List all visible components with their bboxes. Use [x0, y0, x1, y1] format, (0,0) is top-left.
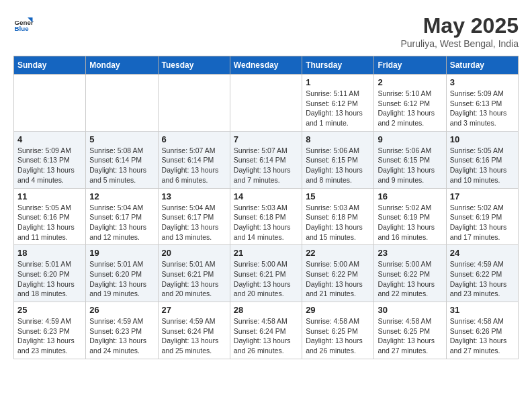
- day-info: Sunrise: 5:05 AMSunset: 6:16 PMDaylight:…: [17, 203, 82, 242]
- calendar-cell: 20Sunrise: 5:01 AMSunset: 6:21 PMDayligh…: [158, 245, 230, 302]
- day-number: 20: [162, 248, 226, 258]
- calendar-cell: 8Sunrise: 5:06 AMSunset: 6:15 PMDaylight…: [302, 131, 374, 188]
- calendar-cell: [86, 75, 158, 132]
- day-number: 21: [234, 248, 298, 258]
- day-info: Sunrise: 4:58 AMSunset: 6:25 PMDaylight:…: [306, 316, 370, 356]
- weekday-header-monday: Monday: [86, 56, 158, 75]
- weekday-header-wednesday: Wednesday: [230, 56, 302, 75]
- day-number: 11: [17, 191, 82, 201]
- day-info: Sunrise: 5:07 AMSunset: 6:14 PMDaylight:…: [234, 146, 298, 185]
- calendar-cell: 9Sunrise: 5:06 AMSunset: 6:15 PMDaylight…: [374, 131, 446, 188]
- calendar-week-row: 1Sunrise: 5:11 AMSunset: 6:12 PMDaylight…: [14, 75, 519, 132]
- day-info: Sunrise: 5:01 AMSunset: 6:21 PMDaylight:…: [162, 259, 226, 299]
- calendar-cell: 1Sunrise: 5:11 AMSunset: 6:12 PMDaylight…: [302, 75, 374, 132]
- calendar-cell: 16Sunrise: 5:02 AMSunset: 6:19 PMDayligh…: [374, 188, 446, 245]
- day-info: Sunrise: 5:00 AMSunset: 6:21 PMDaylight:…: [234, 259, 298, 299]
- calendar-cell: [158, 75, 230, 132]
- day-info: Sunrise: 5:04 AMSunset: 6:17 PMDaylight:…: [89, 203, 154, 242]
- day-info: Sunrise: 5:09 AMSunset: 6:13 PMDaylight:…: [17, 146, 82, 185]
- calendar-cell: 23Sunrise: 5:00 AMSunset: 6:22 PMDayligh…: [374, 245, 446, 302]
- day-number: 16: [378, 191, 442, 201]
- calendar-header-row: SundayMondayTuesdayWednesdayThursdayFrid…: [14, 56, 519, 75]
- day-info: Sunrise: 5:06 AMSunset: 6:15 PMDaylight:…: [306, 146, 370, 185]
- day-number: 7: [234, 134, 298, 144]
- day-number: 5: [89, 134, 154, 144]
- calendar-week-row: 18Sunrise: 5:01 AMSunset: 6:20 PMDayligh…: [14, 245, 519, 302]
- calendar-week-row: 25Sunrise: 4:59 AMSunset: 6:23 PMDayligh…: [14, 302, 519, 359]
- weekday-header-tuesday: Tuesday: [158, 56, 230, 75]
- weekday-header-thursday: Thursday: [302, 56, 374, 75]
- day-number: 25: [17, 305, 82, 315]
- day-number: 23: [378, 248, 442, 258]
- day-info: Sunrise: 5:01 AMSunset: 6:20 PMDaylight:…: [17, 259, 82, 299]
- day-info: Sunrise: 5:03 AMSunset: 6:18 PMDaylight:…: [306, 203, 370, 242]
- day-info: Sunrise: 4:59 AMSunset: 6:23 PMDaylight:…: [89, 316, 154, 356]
- calendar-cell: 19Sunrise: 5:01 AMSunset: 6:20 PMDayligh…: [86, 245, 158, 302]
- day-number: 27: [162, 305, 226, 315]
- day-number: 24: [450, 248, 515, 258]
- day-info: Sunrise: 4:59 AMSunset: 6:23 PMDaylight:…: [17, 316, 82, 356]
- day-number: 8: [306, 134, 370, 144]
- day-number: 13: [162, 191, 226, 201]
- day-info: Sunrise: 4:59 AMSunset: 6:22 PMDaylight:…: [450, 259, 515, 299]
- day-info: Sunrise: 4:59 AMSunset: 6:24 PMDaylight:…: [162, 316, 226, 356]
- calendar-cell: 22Sunrise: 5:00 AMSunset: 6:22 PMDayligh…: [302, 245, 374, 302]
- calendar-week-row: 4Sunrise: 5:09 AMSunset: 6:13 PMDaylight…: [14, 131, 519, 188]
- calendar-cell: 26Sunrise: 4:59 AMSunset: 6:23 PMDayligh…: [86, 302, 158, 359]
- calendar-cell: 29Sunrise: 4:58 AMSunset: 6:25 PMDayligh…: [302, 302, 374, 359]
- day-number: 10: [450, 134, 515, 144]
- calendar-cell: 11Sunrise: 5:05 AMSunset: 6:16 PMDayligh…: [14, 188, 86, 245]
- weekday-header-saturday: Saturday: [446, 56, 518, 75]
- calendar-cell: [14, 75, 86, 132]
- calendar-cell: 4Sunrise: 5:09 AMSunset: 6:13 PMDaylight…: [14, 131, 86, 188]
- day-info: Sunrise: 5:10 AMSunset: 6:12 PMDaylight:…: [378, 89, 442, 128]
- calendar-cell: 17Sunrise: 5:02 AMSunset: 6:19 PMDayligh…: [446, 188, 518, 245]
- page-header: General Blue May 2025 Puruliya, West Ben…: [13, 13, 519, 49]
- calendar-cell: 30Sunrise: 4:58 AMSunset: 6:25 PMDayligh…: [374, 302, 446, 359]
- calendar-cell: 6Sunrise: 5:07 AMSunset: 6:14 PMDaylight…: [158, 131, 230, 188]
- day-number: 9: [378, 134, 442, 144]
- day-number: 17: [450, 191, 515, 201]
- calendar-cell: 25Sunrise: 4:59 AMSunset: 6:23 PMDayligh…: [14, 302, 86, 359]
- svg-text:Blue: Blue: [15, 25, 30, 32]
- day-info: Sunrise: 5:00 AMSunset: 6:22 PMDaylight:…: [306, 259, 370, 299]
- calendar-table: SundayMondayTuesdayWednesdayThursdayFrid…: [13, 56, 519, 359]
- day-number: 12: [89, 191, 154, 201]
- day-info: Sunrise: 5:09 AMSunset: 6:13 PMDaylight:…: [450, 89, 515, 128]
- calendar-cell: 3Sunrise: 5:09 AMSunset: 6:13 PMDaylight…: [446, 75, 518, 132]
- weekday-header-sunday: Sunday: [14, 56, 86, 75]
- day-info: Sunrise: 5:04 AMSunset: 6:17 PMDaylight:…: [162, 203, 226, 242]
- calendar-cell: 7Sunrise: 5:07 AMSunset: 6:14 PMDaylight…: [230, 131, 302, 188]
- calendar-cell: 12Sunrise: 5:04 AMSunset: 6:17 PMDayligh…: [86, 188, 158, 245]
- calendar-cell: [230, 75, 302, 132]
- calendar-cell: 31Sunrise: 4:58 AMSunset: 6:26 PMDayligh…: [446, 302, 518, 359]
- day-number: 22: [306, 248, 370, 258]
- day-info: Sunrise: 4:58 AMSunset: 6:24 PMDaylight:…: [234, 316, 298, 356]
- day-number: 19: [89, 248, 154, 258]
- calendar-cell: 13Sunrise: 5:04 AMSunset: 6:17 PMDayligh…: [158, 188, 230, 245]
- day-info: Sunrise: 5:03 AMSunset: 6:18 PMDaylight:…: [234, 203, 298, 242]
- calendar-cell: 21Sunrise: 5:00 AMSunset: 6:21 PMDayligh…: [230, 245, 302, 302]
- day-info: Sunrise: 4:58 AMSunset: 6:25 PMDaylight:…: [378, 316, 442, 356]
- logo: General Blue: [13, 13, 34, 34]
- day-info: Sunrise: 5:06 AMSunset: 6:15 PMDaylight:…: [378, 146, 442, 185]
- day-info: Sunrise: 5:02 AMSunset: 6:19 PMDaylight:…: [450, 203, 515, 242]
- calendar-cell: 24Sunrise: 4:59 AMSunset: 6:22 PMDayligh…: [446, 245, 518, 302]
- day-info: Sunrise: 5:02 AMSunset: 6:19 PMDaylight:…: [378, 203, 442, 242]
- day-number: 26: [89, 305, 154, 315]
- day-number: 2: [378, 77, 442, 87]
- day-number: 29: [306, 305, 370, 315]
- day-number: 3: [450, 77, 515, 87]
- day-info: Sunrise: 4:58 AMSunset: 6:26 PMDaylight:…: [450, 316, 515, 356]
- weekday-header-friday: Friday: [374, 56, 446, 75]
- calendar-cell: 28Sunrise: 4:58 AMSunset: 6:24 PMDayligh…: [230, 302, 302, 359]
- calendar-cell: 14Sunrise: 5:03 AMSunset: 6:18 PMDayligh…: [230, 188, 302, 245]
- day-number: 1: [306, 77, 370, 87]
- day-info: Sunrise: 5:11 AMSunset: 6:12 PMDaylight:…: [306, 89, 370, 128]
- day-number: 30: [378, 305, 442, 315]
- calendar-cell: 2Sunrise: 5:10 AMSunset: 6:12 PMDaylight…: [374, 75, 446, 132]
- day-info: Sunrise: 5:01 AMSunset: 6:20 PMDaylight:…: [89, 259, 154, 299]
- calendar-cell: 5Sunrise: 5:08 AMSunset: 6:14 PMDaylight…: [86, 131, 158, 188]
- day-number: 18: [17, 248, 82, 258]
- day-number: 15: [306, 191, 370, 201]
